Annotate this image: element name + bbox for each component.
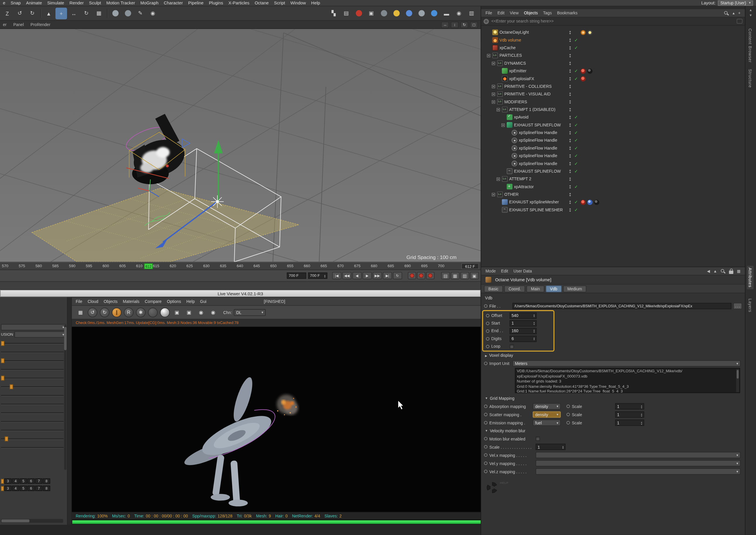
- object-icon[interactable]: [502, 207, 508, 213]
- live-viewer-tool-icon[interactable]: [148, 308, 158, 317]
- import-unit-combo[interactable]: Meters ▾: [513, 360, 741, 366]
- keyframe-dot-icon[interactable]: [566, 413, 570, 416]
- object-icon[interactable]: [511, 130, 517, 135]
- loop-checkbox[interactable]: [510, 344, 514, 349]
- keyframe-dot-icon[interactable]: [486, 321, 490, 325]
- object-row[interactable]: OTHER ✓: [481, 190, 745, 198]
- target-tag-icon[interactable]: [580, 30, 586, 35]
- grid-mapping-section[interactable]: ▼ Grid Mapping: [481, 395, 745, 402]
- panel-icon[interactable]: ▦: [737, 269, 741, 273]
- object-icon[interactable]: [507, 184, 513, 190]
- expander-icon[interactable]: [492, 100, 495, 103]
- object-label[interactable]: ATTEMPT 1 (DISABLED): [509, 107, 555, 112]
- visibility-dots[interactable]: [567, 193, 573, 196]
- object-row[interactable]: OctaneDayLight ✓: [481, 28, 745, 36]
- slider-track[interactable]: [1, 404, 64, 405]
- object-row[interactable]: EXHAUST SPLINE MESHER ✓: [481, 206, 745, 214]
- stepper[interactable]: ▴▾: [533, 337, 534, 340]
- visibility-dots[interactable]: [567, 201, 573, 204]
- object-icon[interactable]: [511, 161, 517, 167]
- enabled-check-icon[interactable]: ✓: [573, 200, 580, 204]
- enabled-check-icon[interactable]: ✓: [573, 138, 580, 143]
- mapping-combo[interactable]: density ▾: [533, 403, 561, 409]
- digit-cell[interactable]: 7: [35, 479, 42, 484]
- vdb-info-box[interactable]: VDB:/Users/5kmac/Documents/OtoyCustomers…: [515, 368, 740, 393]
- up-icon[interactable]: ▲: [732, 12, 735, 15]
- expander-icon[interactable]: [492, 193, 495, 196]
- menu-item[interactable]: Help: [311, 1, 320, 5]
- toolbar-icon[interactable]: [106, 8, 109, 19]
- stepper[interactable]: ▴▾: [533, 321, 534, 325]
- toolbar-icon[interactable]: ▦: [93, 8, 105, 19]
- visibility-dots[interactable]: [567, 85, 573, 88]
- shader-slider[interactable]: [1, 401, 66, 407]
- render-canvas[interactable]: [72, 327, 481, 512]
- expander-icon[interactable]: [487, 54, 490, 57]
- object-manager-menu-item[interactable]: File: [485, 11, 492, 15]
- layout-select[interactable]: Startup (User) ▾: [718, 0, 753, 6]
- live-viewer-menu-item[interactable]: Compare: [145, 299, 162, 304]
- digit-cell[interactable]: 5: [20, 479, 27, 484]
- digit-cell[interactable]: 4: [12, 479, 19, 484]
- shader-slider[interactable]: [1, 427, 66, 433]
- viewport-3d-scene[interactable]: Grid Spacing : 100 cm: [0, 29, 481, 262]
- keyframe-dot-icon[interactable]: [566, 421, 570, 425]
- attribute-menu-item[interactable]: Edit: [501, 269, 508, 273]
- visibility-dots[interactable]: [567, 146, 573, 150]
- object-manager-menu-item[interactable]: Edit: [498, 11, 504, 15]
- sun-tag-icon[interactable]: [587, 30, 592, 35]
- digit-row-handle[interactable]: [1, 486, 4, 491]
- velocity-section[interactable]: ▼ Velocity motion blur: [481, 427, 745, 434]
- digit-cell[interactable]: 5: [20, 486, 27, 491]
- object-icon[interactable]: [497, 60, 503, 66]
- object-manager-menu-item[interactable]: Bookmarks: [557, 11, 578, 15]
- toolbar-icon[interactable]: ↻: [27, 8, 38, 19]
- object-label[interactable]: xpSplineFlow Handle: [519, 138, 557, 143]
- object-label[interactable]: xpEmitter: [509, 69, 526, 73]
- slider-track[interactable]: [1, 438, 64, 440]
- toolbar-icon[interactable]: ▬: [441, 8, 452, 19]
- visibility-dots[interactable]: [567, 54, 573, 57]
- range-end-field[interactable]: 700 F ▴▾: [308, 272, 327, 279]
- dock-tab-layers[interactable]: Layers: [747, 296, 754, 314]
- object-label[interactable]: xpCache: [500, 45, 516, 50]
- menu-item[interactable]: MoGraph: [141, 1, 159, 5]
- expander-icon[interactable]: [492, 93, 495, 96]
- object-icon[interactable]: [511, 138, 517, 143]
- visibility-dots[interactable]: [567, 116, 573, 119]
- object-label[interactable]: xpAvoid: [514, 115, 529, 119]
- object-icon[interactable]: [497, 99, 503, 105]
- object-icon[interactable]: [511, 145, 517, 151]
- enabled-check-icon[interactable]: ✓: [573, 154, 580, 158]
- visibility-dots[interactable]: [567, 100, 573, 103]
- object-label[interactable]: xpSplineFlow Handle: [519, 130, 557, 135]
- live-viewer-tool-icon[interactable]: ↺: [88, 308, 97, 317]
- channel-combo[interactable]: DL ▾: [234, 309, 266, 316]
- shader-slider[interactable]: [1, 384, 66, 390]
- object-label[interactable]: EXHAUST SPLINE MESHER: [509, 208, 563, 212]
- transport-button[interactable]: ◀: [353, 272, 362, 279]
- live-viewer-tool-icon[interactable]: ▦: [76, 308, 85, 317]
- setting-value-field[interactable]: 160 ▴▾: [510, 328, 537, 334]
- shader-slider[interactable]: [1, 358, 66, 364]
- digit-cell[interactable]: 4: [12, 486, 19, 491]
- object-row[interactable]: PARTICLES ✓: [481, 51, 745, 59]
- visibility-dots[interactable]: [567, 46, 573, 49]
- enabled-check-icon[interactable]: ✓: [573, 115, 580, 119]
- live-viewer-tool-icon[interactable]: ▣: [184, 308, 194, 317]
- toolbar-icon[interactable]: [416, 8, 427, 19]
- menu-item[interactable]: X-Particles: [229, 1, 250, 5]
- timeline-view-button[interactable]: ▣: [470, 272, 479, 279]
- menu-item[interactable]: Render: [69, 1, 84, 5]
- toolbar-icon[interactable]: ✎: [135, 8, 146, 19]
- toolbar-icon[interactable]: ↺: [14, 8, 26, 19]
- red-tag-icon[interactable]: [580, 68, 586, 73]
- stepper[interactable]: ▴▾: [641, 413, 642, 416]
- enabled-check-icon[interactable]: ✓: [573, 146, 580, 151]
- search-icon[interactable]: [724, 10, 729, 15]
- toolbar-icon[interactable]: ↻: [80, 8, 92, 19]
- transport-button[interactable]: ▶: [363, 272, 371, 279]
- visibility-dots[interactable]: [567, 131, 573, 134]
- transport-button[interactable]: |◀: [332, 272, 341, 279]
- object-label[interactable]: MODIFIERS: [504, 99, 527, 104]
